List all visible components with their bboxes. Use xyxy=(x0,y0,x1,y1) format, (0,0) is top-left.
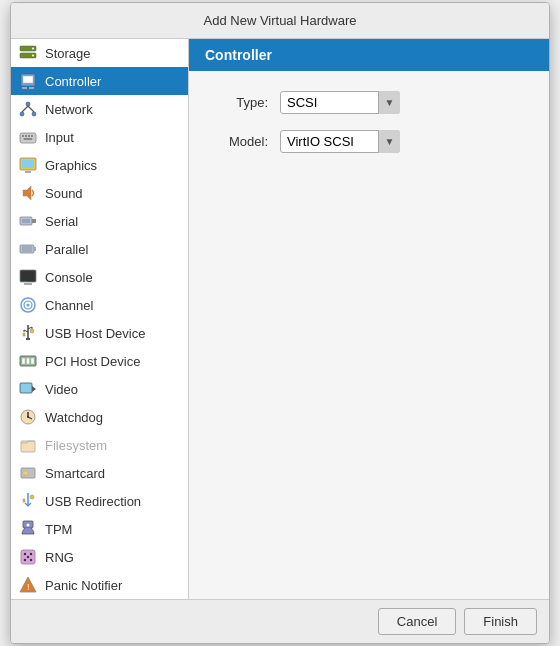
sidebar-item-parallel-label: Parallel xyxy=(45,242,88,257)
sidebar-item-filesystem: Filesystem xyxy=(11,431,188,459)
tpm-icon xyxy=(19,520,37,538)
svg-point-63 xyxy=(27,556,29,558)
filesystem-icon xyxy=(19,436,37,454)
rng-icon xyxy=(19,548,37,566)
type-select[interactable]: SCSI IDE USB VirtIO xyxy=(280,91,400,114)
type-label: Type: xyxy=(213,95,268,110)
svg-rect-43 xyxy=(27,358,30,364)
sidebar-item-rng[interactable]: RNG xyxy=(11,543,188,571)
smartcard-icon xyxy=(19,464,37,482)
svg-line-11 xyxy=(22,106,28,112)
sidebar-item-tpm[interactable]: TPM xyxy=(11,515,188,543)
video-icon xyxy=(19,380,37,398)
input-icon xyxy=(19,128,37,146)
sidebar: StorageControllerNetworkInputGraphicsSou… xyxy=(11,39,189,599)
svg-rect-45 xyxy=(20,383,32,393)
sidebar-item-watchdog-label: Watchdog xyxy=(45,410,103,425)
svg-rect-6 xyxy=(22,87,27,89)
sidebar-item-video-label: Video xyxy=(45,382,78,397)
controller-icon xyxy=(19,72,37,90)
watchdog-icon xyxy=(19,408,37,426)
parallel-icon xyxy=(19,240,37,258)
cancel-button[interactable]: Cancel xyxy=(378,608,456,635)
model-select-wrapper[interactable]: VirtIO SCSI LSI Logic LSI Logic SAS BusL… xyxy=(280,130,400,153)
content-body: Type: SCSI IDE USB VirtIO ▼ Model: xyxy=(189,71,549,599)
svg-point-62 xyxy=(30,559,32,561)
svg-rect-34 xyxy=(24,283,32,285)
svg-point-9 xyxy=(20,112,24,116)
sidebar-item-network[interactable]: Network xyxy=(11,95,188,123)
svg-rect-40 xyxy=(26,338,30,340)
svg-point-2 xyxy=(32,48,34,50)
sidebar-item-panic-label: Panic Notifier xyxy=(45,578,122,593)
sidebar-item-tpm-label: TPM xyxy=(45,522,72,537)
sidebar-item-serial-label: Serial xyxy=(45,214,78,229)
sidebar-item-graphics-label: Graphics xyxy=(45,158,97,173)
finish-button[interactable]: Finish xyxy=(464,608,537,635)
pcihost-icon xyxy=(19,352,37,370)
svg-rect-21 xyxy=(25,171,31,173)
sidebar-item-graphics[interactable]: Graphics xyxy=(11,151,188,179)
svg-point-57 xyxy=(27,524,30,527)
sidebar-item-usbredir-label: USB Redirection xyxy=(45,494,141,509)
sidebar-item-input-label: Input xyxy=(45,130,74,145)
sidebar-item-sound-label: Sound xyxy=(45,186,83,201)
sidebar-item-console[interactable]: _Console xyxy=(11,263,188,291)
svg-rect-55 xyxy=(23,499,25,502)
storage-icon xyxy=(19,44,37,62)
svg-point-61 xyxy=(24,559,26,561)
svg-point-50 xyxy=(27,416,29,418)
serial-icon xyxy=(19,212,37,230)
svg-point-10 xyxy=(32,112,36,116)
sidebar-item-sound[interactable]: Sound xyxy=(11,179,188,207)
svg-rect-17 xyxy=(31,135,33,137)
svg-text:!: ! xyxy=(27,582,30,592)
dialog-title: Add New Virtual Hardware xyxy=(11,3,549,39)
sidebar-item-rng-label: RNG xyxy=(45,550,74,565)
svg-rect-20 xyxy=(22,160,34,168)
sidebar-item-controller[interactable]: Controller xyxy=(11,67,188,95)
svg-rect-31 xyxy=(34,247,36,251)
sidebar-item-usbhost[interactable]: USB Host Device xyxy=(11,319,188,347)
sidebar-item-filesystem-label: Filesystem xyxy=(45,438,107,453)
content-header: Controller xyxy=(189,39,549,71)
type-select-wrapper[interactable]: SCSI IDE USB VirtIO ▼ xyxy=(280,91,400,114)
svg-marker-22 xyxy=(23,186,31,200)
sidebar-item-smartcard-label: Smartcard xyxy=(45,466,105,481)
sidebar-item-panic[interactable]: !Panic Notifier xyxy=(11,571,188,599)
svg-point-54 xyxy=(30,495,34,499)
dialog-footer: Cancel Finish xyxy=(11,599,549,643)
model-label: Model: xyxy=(213,134,268,149)
sidebar-item-controller-label: Controller xyxy=(45,74,101,89)
usbhost-icon xyxy=(19,324,37,342)
channel-icon xyxy=(19,296,37,314)
svg-rect-7 xyxy=(29,87,34,89)
svg-rect-26 xyxy=(32,219,36,223)
panic-icon: ! xyxy=(19,576,37,594)
sidebar-item-watchdog[interactable]: Watchdog xyxy=(11,403,188,431)
sound-icon xyxy=(19,184,37,202)
sidebar-item-pcihost-label: PCI Host Device xyxy=(45,354,140,369)
sidebar-item-smartcard[interactable]: Smartcard xyxy=(11,459,188,487)
sidebar-item-parallel[interactable]: Parallel xyxy=(11,235,188,263)
model-select[interactable]: VirtIO SCSI LSI Logic LSI Logic SAS BusL… xyxy=(280,130,400,153)
console-icon: _ xyxy=(19,268,37,286)
sidebar-item-serial[interactable]: Serial xyxy=(11,207,188,235)
main-content: Controller Type: SCSI IDE USB VirtIO ▼ xyxy=(189,39,549,599)
svg-point-60 xyxy=(30,553,32,555)
sidebar-item-channel-label: Channel xyxy=(45,298,93,313)
sidebar-item-input[interactable]: Input xyxy=(11,123,188,151)
svg-rect-39 xyxy=(23,333,25,336)
sidebar-item-storage-label: Storage xyxy=(45,46,91,61)
svg-marker-46 xyxy=(32,386,36,392)
svg-rect-23 xyxy=(20,217,32,225)
sidebar-item-pcihost[interactable]: PCI Host Device xyxy=(11,347,188,375)
sidebar-item-video[interactable]: Video xyxy=(11,375,188,403)
sidebar-item-storage[interactable]: Storage xyxy=(11,39,188,67)
sidebar-item-console-label: Console xyxy=(45,270,93,285)
type-row: Type: SCSI IDE USB VirtIO ▼ xyxy=(213,91,525,114)
sidebar-item-channel[interactable]: Channel xyxy=(11,291,188,319)
svg-point-37 xyxy=(27,304,30,307)
sidebar-item-usbhost-label: USB Host Device xyxy=(45,326,145,341)
sidebar-item-usbredir[interactable]: USB Redirection xyxy=(11,487,188,515)
